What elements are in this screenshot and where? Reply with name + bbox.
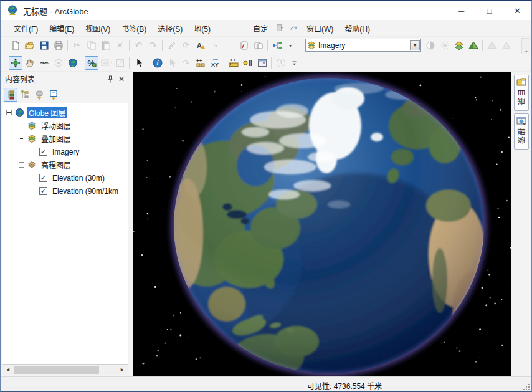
toc-horizontal-scrollbar[interactable]: ◄ ► [2, 364, 128, 375]
svg-text:++: ++ [230, 58, 236, 63]
menu-customize[interactable]: 自定 [247, 21, 273, 36]
tree-row[interactable]: ✓Elevation (30m) [2, 171, 128, 184]
pan-button[interactable] [23, 56, 37, 70]
tools-toolbar-grip[interactable] [2, 57, 6, 69]
tab-search[interactable]: 搜索 [514, 113, 529, 150]
window-title: 无标题 - ArcGlobe [23, 5, 88, 17]
zoom-target-button[interactable]: % [85, 56, 98, 70]
time-slider-button [274, 56, 288, 70]
standard-toolbar-grip[interactable] [2, 40, 6, 51]
swipe-layer-button[interactable] [452, 39, 466, 52]
pin-icon[interactable] [105, 74, 116, 85]
extrusion-button [500, 39, 513, 52]
layer-checkbox[interactable]: ✓ [39, 148, 47, 156]
topology-edit-button[interactable] [252, 39, 265, 52]
resize-grip[interactable] [523, 383, 530, 391]
close-button[interactable]: ✕ [503, 1, 531, 20]
tab-catalog[interactable]: 目录 [514, 75, 529, 111]
scrollbar-track[interactable] [100, 365, 117, 375]
goto-xy-button[interactable]: XY [208, 56, 222, 70]
tree-row[interactable]: Globe 图层 [2, 106, 128, 119]
layer-icon [306, 41, 317, 50]
menu-bookmarks[interactable]: 书签(B) [116, 21, 152, 36]
toolbar-separator [482, 40, 483, 51]
contrast-button [424, 39, 437, 52]
print-button[interactable] [52, 39, 65, 52]
layer-tree: Globe 图层浮动图层叠加图层✓Imagery高程图层✓Elevation (… [2, 103, 128, 364]
menu-edit[interactable]: 编辑(E) [44, 21, 80, 36]
title-bar: 无标题 - ArcGlobe ─□✕ [1, 1, 531, 20]
layerselev-icon [27, 161, 37, 170]
menu-view[interactable]: 视图(V) [80, 21, 116, 36]
toolbar-separator [82, 57, 82, 69]
fixed-zoom-button [99, 56, 113, 70]
list-by-visibility-button[interactable] [32, 88, 46, 102]
modelbuilder-button[interactable] [270, 39, 284, 52]
save-button[interactable] [37, 39, 51, 52]
tools-overflow-button[interactable] [288, 56, 302, 70]
topology-button[interactable] [237, 39, 251, 52]
tree-expander-icon[interactable] [19, 136, 24, 141]
tree-expander-icon[interactable] [6, 110, 12, 115]
select-elements-button [165, 56, 179, 70]
tree-label: 叠加图层 [39, 133, 73, 145]
fly-button[interactable] [37, 56, 51, 70]
html-popup-button[interactable] [241, 56, 255, 70]
toc-title: 内容列表 [5, 74, 105, 84]
tree-row[interactable]: 浮动图层 [2, 119, 128, 132]
imagery-combobox-value: Imagery [317, 41, 410, 50]
dock-tab-strip: 目录搜索 [511, 72, 531, 376]
list-by-source-button[interactable]: : [18, 88, 32, 102]
scroll-left-icon[interactable]: ◄ [2, 365, 13, 375]
tree-label: Elevation (90m/1km [50, 186, 120, 196]
layer-checkbox[interactable]: ✓ [39, 174, 47, 182]
standard-toolbar: ✂✕↶↷⟳A↘Imagery▼ [1, 37, 531, 54]
tree-label: Elevation (30m) [50, 173, 107, 183]
layer-checkbox[interactable]: ✓ [39, 187, 47, 195]
tab-catalog-label: 目录 [516, 89, 527, 107]
open-button[interactable] [23, 39, 37, 52]
status-bar: 可见性: 4736.554 千米 [1, 376, 531, 392]
identify-button[interactable]: i [151, 56, 164, 70]
menubar-grip[interactable] [2, 22, 6, 34]
tree-row[interactable]: 叠加图层 [2, 132, 128, 145]
delete-button: ✕ [113, 39, 127, 52]
paste-drop-icon[interactable] [275, 22, 286, 34]
menu-help[interactable]: 帮助(H) [339, 21, 376, 36]
annotation-tool-button[interactable]: A [194, 39, 207, 52]
globe-viewport[interactable] [133, 72, 513, 376]
menu-geoprocessing[interactable]: 地(5) [188, 21, 216, 36]
imagery-combobox[interactable]: Imagery▼ [305, 39, 421, 52]
list-by-selection-button[interactable] [47, 88, 60, 102]
editor-overflow-button[interactable] [285, 39, 298, 52]
create-viewer-button[interactable]: ++ [194, 56, 207, 70]
tree-row[interactable]: ✓Elevation (90m/1km [2, 184, 128, 198]
tab-catalog-icon [516, 77, 527, 87]
measure-button[interactable]: ++ [227, 56, 240, 70]
full-extent-button[interactable] [66, 56, 80, 70]
close-panel-icon[interactable]: ✕ [116, 74, 127, 85]
minimize-button[interactable]: ─ [447, 1, 475, 20]
new-button[interactable] [9, 39, 22, 52]
scroll-right-icon[interactable]: ► [117, 365, 128, 375]
maximize-button[interactable]: □ [475, 1, 503, 20]
undo-nav-button: ↷ [179, 56, 193, 70]
sketch-tool-button [165, 39, 179, 52]
menu-selection[interactable]: 选择(S) [152, 21, 188, 36]
list-by-drawing-order-button[interactable] [4, 88, 17, 102]
base-heights-button [485, 39, 499, 52]
globe-layer-button[interactable] [467, 39, 480, 52]
combo-dropdown-icon[interactable]: ▼ [410, 40, 420, 50]
menu-window[interactable]: 窗口(W) [301, 21, 339, 36]
tree-row[interactable]: ✓Imagery [2, 145, 128, 158]
tree-row[interactable]: 高程图层 [2, 158, 128, 171]
select-features-button[interactable] [132, 56, 146, 70]
menu-file[interactable]: 文件(F) [8, 21, 44, 36]
viewer-window-button[interactable] [255, 56, 269, 70]
curve-arrow-icon[interactable] [288, 22, 300, 34]
navigate-button[interactable] [9, 56, 22, 70]
trace-tool-button: ↘ [208, 39, 222, 52]
tree-expander-icon[interactable] [19, 162, 24, 168]
tab-search-label: 搜索 [516, 128, 527, 145]
scrollbar-thumb[interactable] [14, 366, 99, 374]
